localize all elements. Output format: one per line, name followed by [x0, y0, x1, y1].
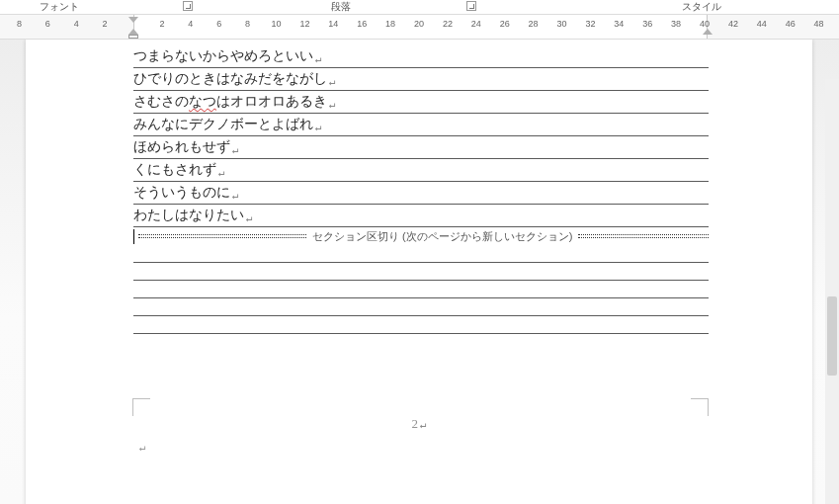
paragraph-mark-icon: ↵: [329, 75, 336, 88]
left-indent-marker-icon[interactable]: [128, 35, 138, 39]
ruler-tick: 36: [642, 19, 652, 29]
ruler-tick: 6: [216, 19, 221, 29]
page[interactable]: つまらないからやめろといい↵ひでりのときはなみだをながし↵さむさのなつはオロオロ…: [26, 40, 812, 504]
blank-line[interactable]: [133, 263, 709, 281]
scrollbar-thumb[interactable]: [827, 296, 837, 376]
blank-line[interactable]: [133, 245, 709, 263]
ruler-tick: 2: [103, 19, 108, 29]
ruler-tick: 20: [414, 19, 424, 29]
footer-paragraph-mark-icon: ↵: [139, 441, 146, 454]
ruler-tick: 34: [614, 19, 624, 29]
ruler-tick: 28: [529, 19, 539, 29]
right-indent-marker-icon[interactable]: [703, 29, 713, 35]
text-line[interactable]: つまらないからやめろといい↵: [133, 45, 709, 68]
paragraph-mark-icon: ↵: [315, 52, 322, 65]
text-cursor: [133, 229, 134, 244]
text-line[interactable]: ひでりのときはなみだをながし↵: [133, 68, 709, 91]
font-dialog-launcher-icon[interactable]: [183, 1, 193, 11]
ruler-tick: 12: [299, 19, 309, 29]
page-number: 2↵: [411, 416, 426, 432]
ruler-tick: 4: [188, 19, 193, 29]
ribbon-group-font: フォント: [30, 0, 89, 14]
ruler-tick: 42: [728, 19, 738, 29]
section-break-line-icon: [578, 234, 709, 238]
paragraph-mark-icon: ↵: [315, 121, 322, 133]
ruler-tick: 16: [357, 19, 367, 29]
ruler-tick: 40: [700, 19, 710, 29]
paragraph-dialog-launcher-icon[interactable]: [466, 1, 476, 11]
ruler-tick: 10: [271, 19, 281, 29]
ruler-tick: 26: [500, 19, 510, 29]
ruler-tick: 6: [45, 19, 50, 29]
ruler-tick: 24: [471, 19, 481, 29]
ruler-tick: 48: [814, 19, 824, 29]
document-workspace: つまらないからやめろといい↵ひでりのときはなみだをながし↵さむさのなつはオロオロ…: [0, 40, 839, 504]
ruler-tick: 30: [556, 19, 566, 29]
ruler-tick: 8: [17, 19, 22, 29]
blank-line[interactable]: [133, 281, 709, 298]
paragraph-mark-icon: ↵: [232, 143, 239, 156]
paragraph-mark-icon: ↵: [232, 189, 239, 202]
text-line[interactable]: わたしはなりたい↵: [133, 205, 709, 227]
ruler-tick: 14: [328, 19, 338, 29]
paragraph-mark-icon: ↵: [246, 211, 253, 224]
horizontal-ruler[interactable]: 8642246810121416182022242628303234363840…: [0, 14, 839, 40]
text-line[interactable]: みんなにデクノボーとよばれ↵: [133, 114, 709, 136]
ruler-tick: 32: [585, 19, 595, 29]
blank-line[interactable]: [133, 316, 709, 334]
ruler-tick: 22: [443, 19, 453, 29]
paragraph-mark-icon: ↵: [218, 166, 225, 179]
ruler-tick: 2: [159, 19, 164, 29]
ribbon-group-labels: フォント 段落 スタイル: [0, 0, 839, 14]
text-line[interactable]: ほめられもせず↵: [133, 136, 709, 159]
ruler-tick: 46: [786, 19, 796, 29]
text-line[interactable]: さむさのなつはオロオロあるき↵: [133, 91, 709, 114]
margin-corner-icon: [691, 398, 709, 416]
vertical-scrollbar[interactable]: [825, 79, 839, 504]
first-line-indent-marker-icon[interactable]: [128, 17, 138, 23]
section-break[interactable]: セクション区切り (次のページから新しいセクション): [133, 227, 709, 245]
margin-corner-icon: [132, 398, 150, 416]
blank-line[interactable]: [133, 298, 709, 316]
ruler-tick: 44: [757, 19, 767, 29]
ruler-tick: 4: [74, 19, 79, 29]
section-break-line-icon: [138, 234, 306, 238]
ruler-tick: 38: [671, 19, 681, 29]
paragraph-mark-icon: ↵: [329, 98, 336, 111]
spellcheck-squiggle[interactable]: なつ: [189, 93, 216, 111]
ruler-tick: 8: [245, 19, 250, 29]
ribbon-group-paragraph: 段落: [311, 0, 371, 14]
ruler-tick: 18: [385, 19, 395, 29]
section-break-label: セクション区切り (次のページから新しいセクション): [306, 229, 578, 244]
text-line[interactable]: そういうものに↵: [133, 182, 709, 205]
text-line[interactable]: くにもされず↵: [133, 159, 709, 182]
ribbon-group-style: スタイル: [672, 0, 731, 14]
text-body[interactable]: つまらないからやめろといい↵ひでりのときはなみだをながし↵さむさのなつはオロオロ…: [133, 45, 709, 334]
